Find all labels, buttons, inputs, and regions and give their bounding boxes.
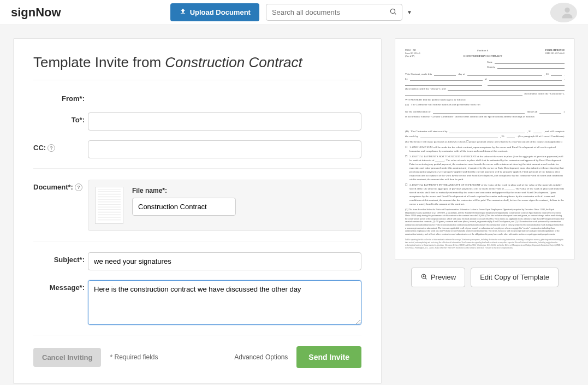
subject-row: Subject*: <box>33 252 361 270</box>
search-dropdown-caret[interactable]: ▼ <box>407 9 412 15</box>
actions-row: Cancel Inviting * Required fields Advanc… <box>33 346 361 368</box>
search-icon <box>389 9 397 17</box>
to-label: To*: <box>33 112 88 124</box>
message-label: Message*: <box>33 280 88 292</box>
to-row: To*: <box>33 112 361 131</box>
search-input[interactable] <box>266 4 402 21</box>
subject-input[interactable] <box>88 252 361 270</box>
svg-line-1 <box>395 13 396 15</box>
preview-page: USDA - RDForm RD 1924-6(Rev 4-97) Positi… <box>405 49 565 250</box>
cc-label: CC: ? <box>33 140 88 152</box>
svg-point-0 <box>390 9 395 13</box>
file-name-input[interactable] <box>132 198 236 216</box>
subject-label: Subject*: <box>33 252 88 264</box>
from-row: From*: <box>33 91 361 103</box>
edit-copy-button[interactable]: Edit Copy of Template <box>471 268 559 287</box>
file-name-label: File name*: <box>132 187 354 194</box>
preview-actions: Preview Edit Copy of Template <box>411 268 559 287</box>
svg-line-6 <box>425 278 426 279</box>
required-note: * Required fields <box>110 353 158 361</box>
title-template-name: Construction Contract <box>165 54 302 70</box>
cancel-button[interactable]: Cancel Inviting <box>33 348 101 367</box>
preview-button[interactable]: Preview <box>411 268 465 287</box>
upload-document-button[interactable]: Upload Document <box>170 3 259 21</box>
divider <box>33 241 361 241</box>
logo: signNow <box>11 5 61 20</box>
message-textarea[interactable]: Here is the construction contract we hav… <box>88 280 361 325</box>
divider <box>33 168 361 169</box>
title-prefix: Template Invite from <box>33 54 165 70</box>
from-label: From*: <box>33 91 88 103</box>
advanced-options-link[interactable]: Advanced Options <box>234 353 288 361</box>
upload-icon <box>179 8 187 17</box>
document-preview: USDA - RDForm RD 1924-6(Rev 4-97) Positi… <box>395 38 575 260</box>
message-row: Message*: Here is the construction contr… <box>33 280 361 325</box>
to-input[interactable] <box>88 112 361 131</box>
document-label: Document*: ? <box>33 180 88 191</box>
main-content: Template Invite from Construction Contra… <box>0 25 588 385</box>
divider <box>33 335 361 335</box>
preview-column: USDA - RDForm RD 1924-6(Rev 4-97) Positi… <box>395 38 575 287</box>
search-button[interactable] <box>389 8 397 17</box>
help-icon[interactable]: ? <box>75 183 82 191</box>
invite-form-panel: Template Invite from Construction Contra… <box>13 38 382 384</box>
help-icon[interactable]: ? <box>47 144 55 152</box>
upload-label: Upload Document <box>190 8 251 16</box>
svg-point-2 <box>565 7 569 12</box>
cc-input[interactable] <box>88 140 361 158</box>
magnify-icon <box>420 273 427 282</box>
page-title: Template Invite from Construction Contra… <box>33 54 361 71</box>
divider <box>33 80 361 80</box>
avatar[interactable] <box>550 3 577 22</box>
search-wrap <box>266 4 402 21</box>
cc-row: CC: ? <box>33 140 361 158</box>
document-box: File name*: <box>88 180 361 231</box>
app-header: signNow Upload Document ▼ <box>0 0 588 25</box>
document-row: Document*: ? File name*: <box>33 180 361 231</box>
send-invite-button[interactable]: Send Invite <box>296 346 361 368</box>
document-thumbnail[interactable] <box>95 187 123 224</box>
